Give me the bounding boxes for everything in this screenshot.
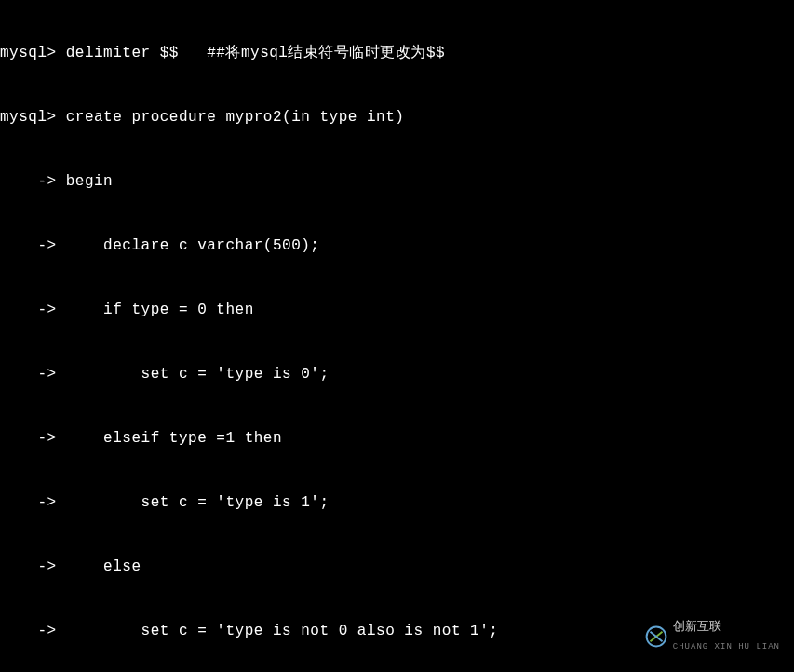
watermark-text-block: 创新互联 CHUANG XIN HU LIAN <box>673 615 780 658</box>
watermark-sub: CHUANG XIN HU LIAN <box>673 637 780 658</box>
terminal-line: -> begin <box>0 171 794 193</box>
terminal-line: mysql> create procedure mypro2(in type i… <box>0 107 794 128</box>
terminal-line: -> declare c varchar(500); <box>0 235 794 257</box>
terminal-line: -> set c = 'type is 1'; <box>0 492 794 514</box>
watermark-brand: 创新互联 <box>673 615 780 637</box>
terminal-line: -> elseif type =1 then <box>0 428 794 450</box>
terminal-line: -> set c = 'type is 0'; <box>0 364 794 385</box>
terminal-output: mysql> delimiter $$ ##将mysql结束符号临时更改为$$ … <box>0 0 794 672</box>
watermark-logo-icon <box>644 625 668 649</box>
watermark: 创新互联 CHUANG XIN HU LIAN <box>644 615 780 658</box>
terminal-line: -> if type = 0 then <box>0 300 794 321</box>
terminal-line: -> else <box>0 557 794 578</box>
terminal-line: mysql> delimiter $$ ##将mysql结束符号临时更改为$$ <box>0 43 794 64</box>
